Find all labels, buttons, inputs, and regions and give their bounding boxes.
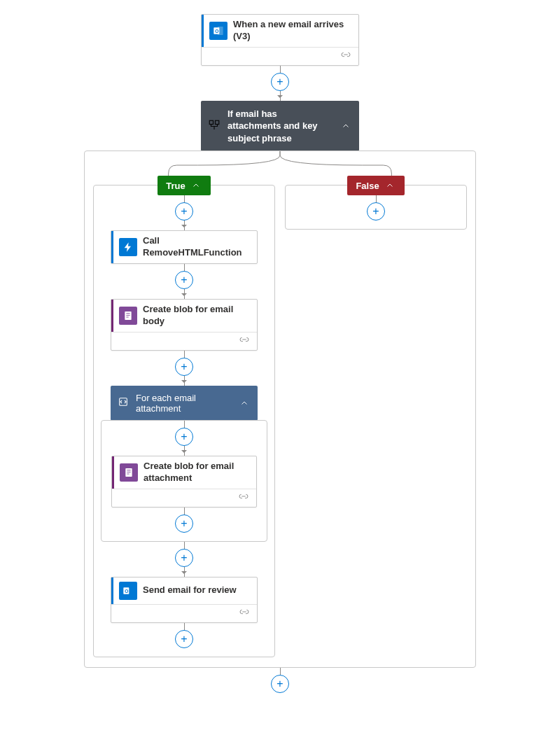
- connector: +: [271, 66, 289, 101]
- false-branch: False +: [285, 185, 467, 230]
- action-create-blob-attachment[interactable]: Create blob for email attachment: [111, 456, 257, 507]
- chevron-up-icon[interactable]: [340, 120, 352, 132]
- chevron-up-icon[interactable]: [238, 397, 251, 410]
- add-step-button[interactable]: +: [175, 202, 193, 220]
- svg-rect-4: [216, 120, 219, 124]
- loop-title: For each email attachment: [136, 393, 231, 414]
- link-icon: [238, 492, 249, 503]
- condition-card[interactable]: If email has attachments and key subject…: [201, 101, 359, 152]
- action-create-blob-body[interactable]: Create blob for email body: [111, 299, 258, 351]
- svg-rect-3: [209, 120, 213, 124]
- loop-card[interactable]: For each email attachment: [111, 386, 258, 421]
- loop-body: + Create blob for email attachment +: [101, 420, 267, 542]
- svg-rect-7: [125, 468, 132, 477]
- true-label: True: [166, 181, 185, 191]
- action-title: Send email for review: [143, 584, 237, 596]
- add-step-button[interactable]: +: [175, 630, 193, 648]
- true-badge[interactable]: True: [158, 176, 210, 195]
- svg-text:O: O: [125, 588, 128, 593]
- chevron-up-icon: [190, 179, 202, 192]
- branch-split: [93, 151, 467, 185]
- loop-icon: [118, 396, 129, 410]
- add-step-button[interactable]: +: [175, 358, 193, 376]
- outlook-icon: O: [119, 582, 137, 600]
- action-title: Create blob for email body: [143, 304, 251, 328]
- function-icon: [119, 238, 137, 256]
- false-badge[interactable]: False: [347, 176, 404, 195]
- link-icon: [340, 50, 351, 61]
- blob-icon: [120, 463, 138, 482]
- add-step-button[interactable]: +: [271, 675, 289, 693]
- action-title: Create blob for email attachment: [144, 461, 251, 484]
- condition-icon: [208, 119, 220, 134]
- svg-rect-5: [125, 312, 131, 320]
- condition-body: True + Call RemoveHTMLFunction +: [84, 150, 476, 667]
- add-step-button[interactable]: +: [367, 202, 385, 220]
- trigger-title: When a new email arrives (V3): [233, 19, 353, 43]
- add-step-button[interactable]: +: [271, 73, 289, 91]
- add-step-button[interactable]: +: [175, 428, 193, 446]
- add-step-button[interactable]: +: [175, 271, 193, 289]
- svg-text:O: O: [215, 29, 218, 34]
- link-icon: [239, 608, 250, 618]
- action-send-email[interactable]: O Send email for review: [111, 577, 258, 623]
- trigger-card[interactable]: O When a new email arrives (V3): [201, 14, 359, 66]
- action-title: Call RemoveHTMLFunction: [143, 235, 251, 259]
- false-label: False: [356, 181, 379, 191]
- condition-title: If email has attachments and key subject…: [227, 108, 332, 145]
- add-step-button[interactable]: +: [175, 514, 193, 533]
- add-step-button[interactable]: +: [175, 549, 193, 567]
- chevron-up-icon: [384, 179, 396, 192]
- true-branch: True + Call RemoveHTMLFunction +: [93, 185, 275, 657]
- outlook-icon: O: [209, 22, 227, 40]
- blob-icon: [119, 307, 137, 325]
- link-icon: [239, 335, 250, 346]
- action-call-function[interactable]: Call RemoveHTMLFunction: [111, 230, 258, 264]
